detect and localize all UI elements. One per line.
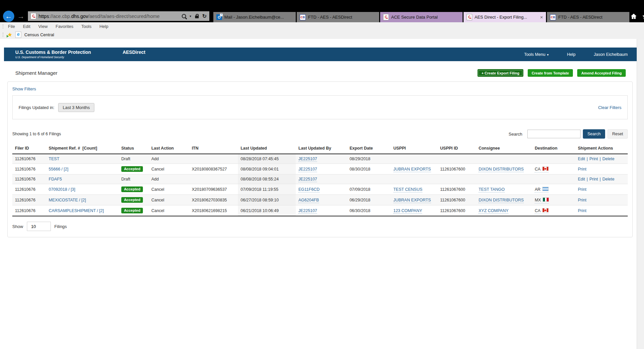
cell-export-date: 08/30/2018 (347, 164, 391, 174)
print-link[interactable]: Print (590, 177, 598, 181)
shipment-ref-link[interactable]: 55666 / [2] (49, 167, 68, 172)
usppi-link[interactable]: JUBRAN EXPORTS (393, 198, 431, 203)
consignee-link[interactable]: XYZ COMPANY (479, 208, 508, 214)
action-separator: | (598, 177, 602, 181)
lock-icon[interactable] (195, 16, 199, 18)
cell-last-action: Cancel (149, 164, 189, 174)
print-link[interactable]: Print (578, 198, 587, 202)
menu-item-edit[interactable]: Edit (23, 24, 30, 29)
column-header[interactable]: Last Updated (238, 143, 296, 154)
cell-usppi-id (438, 154, 476, 164)
search-icon[interactable] (182, 14, 186, 18)
filter-chip-last-3-months[interactable]: Last 3 Months (58, 103, 95, 112)
cell-last-updated-by: EG11F6CD (296, 184, 347, 195)
address-bar[interactable]: C https://ace.cbp.dhs.gov/aesd/ta/aes-di… (28, 11, 209, 21)
menu-item-view[interactable]: View (38, 24, 48, 29)
page-size-input[interactable] (27, 222, 51, 231)
header-nav-tools-menu[interactable]: Tools Menu▾ (524, 52, 549, 57)
column-header[interactable]: ITN (189, 143, 238, 154)
action-separator: | (585, 157, 590, 161)
browser-tab[interactable]: CAES Direct - Export Filing...× (464, 12, 546, 22)
last-updated-by-link[interactable]: JE225107 (298, 157, 317, 162)
reset-button[interactable]: Reset (607, 129, 628, 139)
search-button[interactable]: Search (583, 129, 605, 139)
edit-link[interactable]: Edit (578, 157, 585, 161)
print-link[interactable]: Print (578, 187, 587, 192)
column-header[interactable]: USPPI ID (438, 143, 476, 154)
cell-filer-id: 112610676 (12, 205, 46, 216)
browser-tab[interactable]: CBFTD - AES - AESDirect (547, 12, 629, 22)
back-button[interactable]: ← (3, 11, 14, 22)
favorites-button[interactable] (642, 13, 644, 20)
create-from-template-button[interactable]: Create from Template (528, 69, 573, 77)
scrollbar-thumb[interactable] (638, 39, 643, 349)
cell-itn: X20180808367527 (189, 164, 238, 174)
last-updated-by-link[interactable]: AG6204FB (298, 198, 319, 203)
menu-item-help[interactable]: Help (99, 24, 108, 29)
cell-usppi: TEST CENSUS (391, 184, 438, 195)
print-link[interactable]: Print (578, 208, 587, 213)
forward-button[interactable]: → (17, 12, 25, 21)
column-header[interactable]: Consignee (476, 143, 532, 154)
consignee-link[interactable]: DIXON DISTRIBUTORS (479, 167, 524, 172)
chevron-down-icon: ▾ (547, 53, 549, 57)
usppi-link[interactable]: TEST CENSUS (393, 187, 422, 192)
last-updated-by-link[interactable]: JE225107 (298, 167, 317, 172)
usppi-link[interactable]: 123 COMPANY (393, 208, 422, 214)
column-header[interactable]: Last Action (149, 143, 189, 154)
shipment-ref-link[interactable]: TEST (49, 157, 59, 161)
table-header-row: Filer IDShipment Ref. # [Count]StatusLas… (12, 143, 628, 154)
shipment-ref-link[interactable]: FDAF5 (49, 177, 62, 181)
consignee-link[interactable]: DIXON DISTRIBUTORS (479, 198, 524, 203)
cell-shipment-actions: Edit|Print|Delete (575, 154, 628, 164)
header-nav-help[interactable]: Help (567, 52, 576, 57)
shipment-ref-link[interactable]: MEXICOSTATE / [2] (49, 198, 86, 202)
edit-link[interactable]: Edit (578, 177, 585, 181)
create-export-filing-button[interactable]: + Create Export Filing (478, 69, 523, 77)
refresh-icon[interactable]: ↻ (202, 13, 207, 19)
usppi-link[interactable]: JUBRAN EXPORTS (393, 167, 431, 172)
header-nav-jason-eichelbaum[interactable]: Jason Eichelbaum (594, 52, 628, 57)
search-input[interactable] (527, 130, 581, 138)
column-header[interactable]: USPPI (391, 143, 438, 154)
print-link[interactable]: Print (578, 167, 587, 172)
shipment-ref-link[interactable]: CARSAMPLESHIPMENT / [2] (49, 208, 104, 213)
browser-tab[interactable]: CBFTD - AES - AESDirect (297, 12, 379, 22)
home-button[interactable] (630, 13, 637, 20)
column-header[interactable]: Last Updated By (296, 143, 347, 154)
cell-last-updated-by: JE225107 (296, 154, 347, 164)
column-header[interactable]: Destination (532, 143, 575, 154)
close-icon[interactable]: × (540, 14, 543, 20)
amend-accepted-filing-button[interactable]: Amend Accepted Filing (577, 69, 626, 77)
favorites-link-census-central[interactable]: Census Central (24, 32, 54, 37)
cell-filer-id: 112610676 (12, 195, 46, 205)
column-header[interactable]: Shipment Ref. # [Count] (46, 143, 119, 154)
column-header[interactable]: Shipment Actions (575, 143, 628, 154)
last-updated-by-link[interactable]: JE225107 (298, 177, 317, 182)
column-header[interactable]: Export Date (347, 143, 391, 154)
forward-icon: → (17, 12, 25, 20)
last-updated-by-link[interactable]: JE225107 (298, 208, 317, 214)
column-header[interactable]: Filer ID (12, 143, 46, 154)
delete-link[interactable]: Delete (602, 157, 614, 161)
vertical-scrollbar[interactable] (637, 39, 644, 349)
menu-item-favorites[interactable]: Favorites (55, 24, 73, 29)
status-badge: Accepted (121, 166, 143, 172)
show-filters-link[interactable]: Show Filters (12, 86, 36, 91)
table-row: 112610676TESTDraftAdd08/28/2018 07:45:45… (12, 154, 628, 164)
menu-item-tools[interactable]: Tools (81, 24, 91, 29)
print-link[interactable]: Print (590, 157, 598, 161)
clear-filters-link[interactable]: Clear Filters (598, 105, 621, 110)
browser-tab[interactable]: CACE Secure Data Portal (380, 12, 463, 22)
last-updated-by-link[interactable]: EG11F6CD (298, 187, 320, 192)
consignee-link[interactable]: TEST TANGO (479, 187, 505, 192)
menu-item-file[interactable]: File (8, 24, 15, 29)
delete-link[interactable]: Delete (602, 177, 614, 181)
browser-tab[interactable]: O✓Mail - Jason.Eichelbaum@ce... (213, 12, 296, 22)
cell-filer-id: 112610676 (12, 154, 46, 164)
results-summary: Showing 1 to 6 of 6 Filings (12, 132, 61, 136)
cell-last-updated-by: JE225107 (296, 205, 347, 216)
shipment-ref-link[interactable]: 07092018 / [3] (49, 187, 75, 192)
chevron-down-icon[interactable]: ▾ (190, 14, 191, 18)
column-header[interactable]: Status (119, 143, 149, 154)
